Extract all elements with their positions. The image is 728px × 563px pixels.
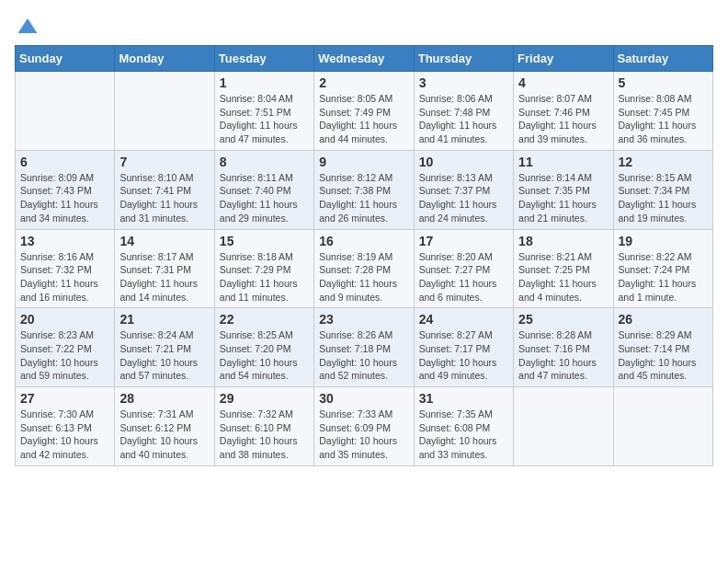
logo-icon [17,15,39,37]
calendar-cell: 29Sunrise: 7:32 AM Sunset: 6:10 PM Dayli… [214,387,313,466]
calendar-cell: 22Sunrise: 8:25 AM Sunset: 7:20 PM Dayli… [214,308,313,387]
cell-content: Sunrise: 8:04 AM Sunset: 7:51 PM Dayligh… [220,92,309,146]
day-number: 3 [419,75,508,90]
logo [15,15,39,41]
cell-content: Sunrise: 8:17 AM Sunset: 7:31 PM Dayligh… [119,250,209,304]
day-number: 2 [319,75,408,90]
week-row-3: 13Sunrise: 8:16 AM Sunset: 7:32 PM Dayli… [16,229,713,308]
cell-content: Sunrise: 8:18 AM Sunset: 7:29 PM Dayligh… [220,250,309,304]
day-number: 14 [119,234,209,248]
day-number: 10 [419,155,508,169]
day-number: 18 [518,234,608,248]
week-row-1: 1Sunrise: 8:04 AM Sunset: 7:51 PM Daylig… [16,72,713,151]
cell-content: Sunrise: 8:07 AM Sunset: 7:46 PM Dayligh… [518,92,608,146]
day-number: 23 [319,312,408,327]
weekday-header-thursday: Thursday [414,46,513,72]
calendar-table: SundayMondayTuesdayWednesdayThursdayFrid… [15,45,713,466]
calendar-cell: 27Sunrise: 7:30 AM Sunset: 6:13 PM Dayli… [16,387,115,466]
cell-content: Sunrise: 8:22 AM Sunset: 7:24 PM Dayligh… [619,250,708,304]
cell-content: Sunrise: 8:29 AM Sunset: 7:14 PM Dayligh… [619,328,708,383]
cell-content: Sunrise: 8:15 AM Sunset: 7:34 PM Dayligh… [619,171,708,225]
day-number: 31 [419,391,508,406]
day-number: 9 [319,155,408,169]
calendar-cell: 17Sunrise: 8:20 AM Sunset: 7:27 PM Dayli… [414,229,513,308]
day-number: 29 [220,391,309,406]
cell-content: Sunrise: 7:31 AM Sunset: 6:12 PM Dayligh… [119,408,209,462]
calendar-cell: 18Sunrise: 8:21 AM Sunset: 7:25 PM Dayli… [514,229,613,308]
cell-content: Sunrise: 8:13 AM Sunset: 7:37 PM Dayligh… [419,171,508,225]
day-number: 1 [220,75,309,90]
cell-content: Sunrise: 8:23 AM Sunset: 7:22 PM Dayligh… [20,328,109,383]
day-number: 25 [518,312,608,327]
cell-content: Sunrise: 8:14 AM Sunset: 7:35 PM Dayligh… [518,171,608,225]
cell-content: Sunrise: 7:33 AM Sunset: 6:09 PM Dayligh… [319,408,408,462]
day-number: 11 [518,155,608,169]
cell-content: Sunrise: 8:27 AM Sunset: 7:17 PM Dayligh… [419,328,508,383]
cell-content: Sunrise: 8:26 AM Sunset: 7:18 PM Dayligh… [319,328,408,383]
cell-content: Sunrise: 8:24 AM Sunset: 7:21 PM Dayligh… [119,328,209,383]
calendar-cell: 24Sunrise: 8:27 AM Sunset: 7:17 PM Dayli… [414,308,513,387]
cell-content: Sunrise: 8:28 AM Sunset: 7:16 PM Dayligh… [518,328,608,383]
day-number: 20 [20,312,109,327]
weekday-header-wednesday: Wednesday [314,46,414,72]
calendar-cell: 3Sunrise: 8:06 AM Sunset: 7:48 PM Daylig… [414,72,513,151]
calendar-cell: 14Sunrise: 8:17 AM Sunset: 7:31 PM Dayli… [115,229,214,308]
weekday-header-monday: Monday [115,46,214,72]
cell-content: Sunrise: 7:32 AM Sunset: 6:10 PM Dayligh… [220,408,309,462]
day-number: 16 [319,234,408,248]
calendar-cell: 4Sunrise: 8:07 AM Sunset: 7:46 PM Daylig… [514,72,613,151]
calendar-cell: 6Sunrise: 8:09 AM Sunset: 7:43 PM Daylig… [16,150,115,229]
cell-content: Sunrise: 8:05 AM Sunset: 7:49 PM Dayligh… [319,92,408,146]
calendar-cell: 12Sunrise: 8:15 AM Sunset: 7:34 PM Dayli… [613,150,712,229]
cell-content: Sunrise: 8:10 AM Sunset: 7:41 PM Dayligh… [119,171,209,225]
weekday-header-sunday: Sunday [16,46,115,72]
svg-marker-0 [18,18,38,33]
day-number: 28 [119,391,209,406]
cell-content: Sunrise: 8:06 AM Sunset: 7:48 PM Dayligh… [419,92,508,146]
calendar-cell: 28Sunrise: 7:31 AM Sunset: 6:12 PM Dayli… [115,387,214,466]
calendar-cell [514,387,613,466]
day-number: 13 [20,234,109,248]
page-header [15,15,713,41]
day-number: 30 [319,391,408,406]
calendar-cell: 16Sunrise: 8:19 AM Sunset: 7:28 PM Dayli… [314,229,414,308]
weekday-header-row: SundayMondayTuesdayWednesdayThursdayFrid… [16,46,713,72]
weekday-header-saturday: Saturday [613,46,712,72]
cell-content: Sunrise: 8:19 AM Sunset: 7:28 PM Dayligh… [319,250,408,304]
cell-content: Sunrise: 8:08 AM Sunset: 7:45 PM Dayligh… [619,92,708,146]
day-number: 17 [419,234,508,248]
calendar-cell: 30Sunrise: 7:33 AM Sunset: 6:09 PM Dayli… [314,387,414,466]
cell-content: Sunrise: 7:35 AM Sunset: 6:08 PM Dayligh… [419,408,508,462]
calendar-cell: 19Sunrise: 8:22 AM Sunset: 7:24 PM Dayli… [613,229,712,308]
calendar-cell: 1Sunrise: 8:04 AM Sunset: 7:51 PM Daylig… [214,72,313,151]
weekday-header-tuesday: Tuesday [214,46,313,72]
calendar-cell [16,72,115,151]
cell-content: Sunrise: 8:25 AM Sunset: 7:20 PM Dayligh… [220,328,309,383]
day-number: 27 [20,391,109,406]
day-number: 7 [119,155,209,169]
day-number: 4 [518,75,608,90]
cell-content: Sunrise: 8:11 AM Sunset: 7:40 PM Dayligh… [220,171,309,225]
calendar-cell: 26Sunrise: 8:29 AM Sunset: 7:14 PM Dayli… [613,308,712,387]
day-number: 19 [619,234,708,248]
calendar-cell: 13Sunrise: 8:16 AM Sunset: 7:32 PM Dayli… [16,229,115,308]
calendar-cell: 31Sunrise: 7:35 AM Sunset: 6:08 PM Dayli… [414,387,513,466]
calendar-cell: 15Sunrise: 8:18 AM Sunset: 7:29 PM Dayli… [214,229,313,308]
calendar-cell: 25Sunrise: 8:28 AM Sunset: 7:16 PM Dayli… [514,308,613,387]
cell-content: Sunrise: 7:30 AM Sunset: 6:13 PM Dayligh… [20,408,109,462]
day-number: 24 [419,312,508,327]
day-number: 5 [619,75,708,90]
calendar-cell: 23Sunrise: 8:26 AM Sunset: 7:18 PM Dayli… [314,308,414,387]
cell-content: Sunrise: 8:12 AM Sunset: 7:38 PM Dayligh… [319,171,408,225]
calendar-cell: 7Sunrise: 8:10 AM Sunset: 7:41 PM Daylig… [115,150,214,229]
cell-content: Sunrise: 8:20 AM Sunset: 7:27 PM Dayligh… [419,250,508,304]
calendar-cell: 9Sunrise: 8:12 AM Sunset: 7:38 PM Daylig… [314,150,414,229]
day-number: 21 [119,312,209,327]
calendar-cell: 5Sunrise: 8:08 AM Sunset: 7:45 PM Daylig… [613,72,712,151]
day-number: 26 [619,312,708,327]
week-row-2: 6Sunrise: 8:09 AM Sunset: 7:43 PM Daylig… [16,150,713,229]
weekday-header-friday: Friday [514,46,613,72]
calendar-cell [613,387,712,466]
day-number: 6 [20,155,109,169]
day-number: 8 [220,155,309,169]
